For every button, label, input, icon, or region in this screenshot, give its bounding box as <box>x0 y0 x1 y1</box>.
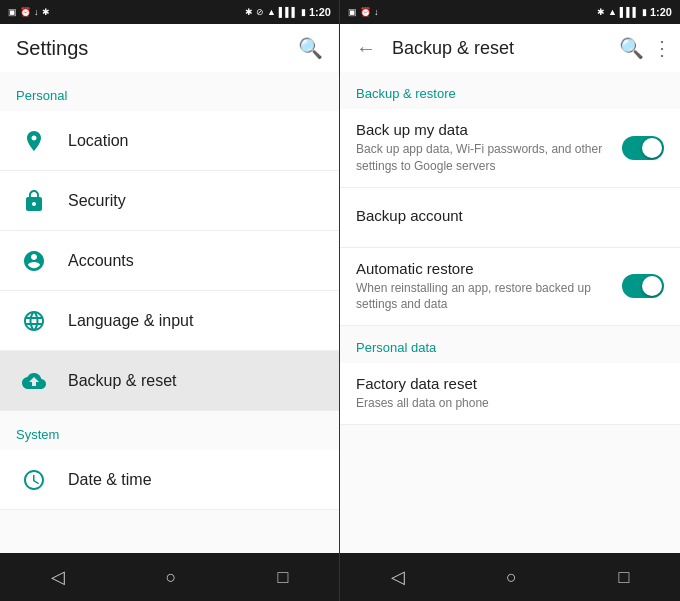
backup-item-backup-data[interactable]: Back up my data Back up app data, Wi-Fi … <box>340 109 680 188</box>
settings-item-accounts[interactable]: Accounts <box>0 231 339 291</box>
accounts-icon <box>16 243 52 279</box>
backup-more-icon[interactable]: ⋮ <box>652 36 672 60</box>
backup-icon <box>16 363 52 399</box>
left-home-button[interactable]: ○ <box>150 559 193 596</box>
datetime-icon <box>16 462 52 498</box>
bluetooth-right-icon: ✱ <box>245 7 253 17</box>
backup-item-factory-reset[interactable]: Factory data reset Erases all data on ph… <box>340 363 680 425</box>
datetime-label: Date & time <box>68 471 152 489</box>
right-status-bar: ▣ ⏰ ↓ ✱ ▲ ▌▌▌ ▮ 1:20 <box>340 0 680 24</box>
backup-back-icon[interactable]: ← <box>348 33 384 64</box>
factory-reset-subtitle: Erases all data on phone <box>356 395 664 412</box>
left-nav-bar: ◁ ○ □ <box>0 553 339 601</box>
backup-search-icon[interactable]: 🔍 <box>619 36 644 60</box>
factory-reset-text: Factory data reset Erases all data on ph… <box>356 375 664 412</box>
right-battery-icon: ▮ <box>642 7 647 17</box>
backup-label: Backup & reset <box>68 372 177 390</box>
backup-account-title: Backup account <box>356 207 664 224</box>
backup-content: Backup & restore Back up my data Back up… <box>340 72 680 553</box>
backup-item-account[interactable]: Backup account <box>340 188 680 248</box>
auto-restore-subtitle: When reinstalling an app, restore backed… <box>356 280 614 314</box>
alarm-icon: ⏰ <box>20 7 31 17</box>
left-status-right: ✱ ⊘ ▲ ▌▌▌ ▮ 1:20 <box>245 6 331 18</box>
right-wifi-icon: ▲ <box>608 7 617 17</box>
security-label: Security <box>68 192 126 210</box>
settings-item-location[interactable]: Location <box>0 111 339 171</box>
left-status-bar: ▣ ⏰ ↓ ✱ ✱ ⊘ ▲ ▌▌▌ ▮ 1:20 <box>0 0 339 24</box>
signal-icon: ▌▌▌ <box>279 7 298 17</box>
right-alarm-icon: ⏰ <box>360 7 371 17</box>
backup-data-text: Back up my data Back up app data, Wi-Fi … <box>356 121 614 175</box>
battery-icon: ▮ <box>301 7 306 17</box>
factory-reset-title: Factory data reset <box>356 375 664 392</box>
settings-item-datetime[interactable]: Date & time <box>0 450 339 510</box>
system-section-header: System <box>0 411 339 450</box>
auto-restore-title: Automatic restore <box>356 260 614 277</box>
wifi-icon: ▲ <box>267 7 276 17</box>
right-time: 1:20 <box>650 6 672 18</box>
right-home-button[interactable]: ○ <box>490 559 533 596</box>
backup-data-title: Back up my data <box>356 121 614 138</box>
right-phone-panel: ▣ ⏰ ↓ ✱ ▲ ▌▌▌ ▮ 1:20 ← Backup & reset 🔍 … <box>340 0 680 601</box>
right-sim-icon: ▣ <box>348 7 357 17</box>
location-label: Location <box>68 132 129 150</box>
settings-item-backup[interactable]: Backup & reset <box>0 351 339 411</box>
location-icon <box>16 123 52 159</box>
settings-item-security[interactable]: Security <box>0 171 339 231</box>
left-time: 1:20 <box>309 6 331 18</box>
backup-title: Backup & reset <box>392 38 611 59</box>
language-label: Language & input <box>68 312 193 330</box>
right-download-icon: ↓ <box>374 7 379 17</box>
backup-data-subtitle: Back up app data, Wi-Fi passwords, and o… <box>356 141 614 175</box>
auto-restore-text: Automatic restore When reinstalling an a… <box>356 260 614 314</box>
right-back-button[interactable]: ◁ <box>375 558 421 596</box>
bluetooth-left-icon: ✱ <box>42 7 50 17</box>
left-status-icons: ▣ ⏰ ↓ ✱ <box>8 7 50 17</box>
settings-app-bar: Settings 🔍 <box>0 24 339 72</box>
right-status-icons: ▣ ⏰ ↓ <box>348 7 379 17</box>
settings-title: Settings <box>16 37 298 60</box>
auto-restore-toggle[interactable] <box>622 274 664 298</box>
accounts-label: Accounts <box>68 252 134 270</box>
language-icon <box>16 303 52 339</box>
settings-content: Personal Location Security <box>0 72 339 553</box>
right-bluetooth-icon: ✱ <box>597 7 605 17</box>
right-recent-button[interactable]: □ <box>602 559 645 596</box>
right-nav-bar: ◁ ○ □ <box>340 553 680 601</box>
left-phone-panel: ▣ ⏰ ↓ ✱ ✱ ⊘ ▲ ▌▌▌ ▮ 1:20 Settings 🔍 Pers… <box>0 0 340 601</box>
personal-data-header: Personal data <box>340 326 680 363</box>
no-sim-icon: ⊘ <box>256 7 264 17</box>
download-icon: ↓ <box>34 7 39 17</box>
settings-item-language[interactable]: Language & input <box>0 291 339 351</box>
left-recent-button[interactable]: □ <box>262 559 305 596</box>
backup-item-auto-restore[interactable]: Automatic restore When reinstalling an a… <box>340 248 680 327</box>
sim-icon: ▣ <box>8 7 17 17</box>
right-signal-icon: ▌▌▌ <box>620 7 639 17</box>
left-back-button[interactable]: ◁ <box>35 558 81 596</box>
backup-restore-header: Backup & restore <box>340 72 680 109</box>
backup-data-toggle[interactable] <box>622 136 664 160</box>
backup-account-text: Backup account <box>356 207 664 227</box>
security-icon <box>16 183 52 219</box>
backup-app-bar: ← Backup & reset 🔍 ⋮ <box>340 24 680 72</box>
right-status-right: ✱ ▲ ▌▌▌ ▮ 1:20 <box>597 6 672 18</box>
settings-search-icon[interactable]: 🔍 <box>298 36 323 60</box>
personal-section-header: Personal <box>0 72 339 111</box>
